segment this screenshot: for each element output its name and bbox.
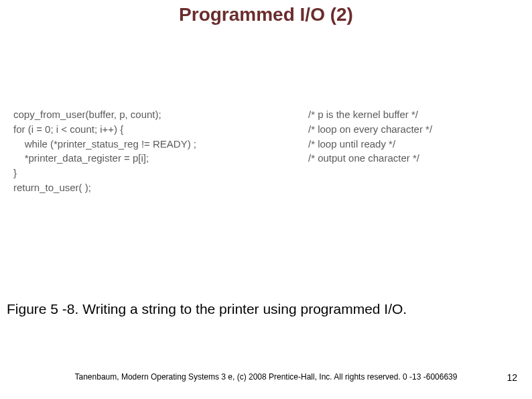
code-comment: /* loop until ready */ bbox=[308, 137, 395, 152]
code-line: *printer_data_register = p[i]; /* output… bbox=[13, 151, 523, 166]
code-text: return_to_user( ); bbox=[13, 180, 308, 195]
code-comment: /* output one character */ bbox=[308, 151, 419, 166]
code-line: for (i = 0; i < count; i++) { /* loop on… bbox=[13, 122, 523, 137]
code-line: while (*printer_status_reg != READY) ; /… bbox=[13, 137, 523, 152]
code-text: copy_from_user(buffer, p, count); bbox=[13, 107, 308, 122]
code-comment: /* loop on every character */ bbox=[308, 122, 432, 137]
slide-title: Programmed I/O (2) bbox=[0, 4, 532, 25]
footer-citation: Tanenbaum, Modern Operating Systems 3 e,… bbox=[0, 372, 532, 382]
figure-caption: Figure 5 -8. Writing a string to the pri… bbox=[7, 301, 525, 317]
code-line: return_to_user( ); bbox=[13, 180, 523, 195]
code-comment: /* p is the kernel buffer */ bbox=[308, 107, 418, 122]
page-number: 12 bbox=[507, 372, 517, 383]
code-figure: copy_from_user(buffer, p, count); /* p i… bbox=[13, 107, 523, 195]
code-text: *printer_data_register = p[i]; bbox=[13, 151, 308, 166]
code-line: } bbox=[13, 166, 523, 180]
code-text: } bbox=[13, 166, 308, 180]
code-line: copy_from_user(buffer, p, count); /* p i… bbox=[13, 107, 523, 122]
code-text: for (i = 0; i < count; i++) { bbox=[13, 122, 308, 137]
code-text: while (*printer_status_reg != READY) ; bbox=[13, 137, 308, 152]
